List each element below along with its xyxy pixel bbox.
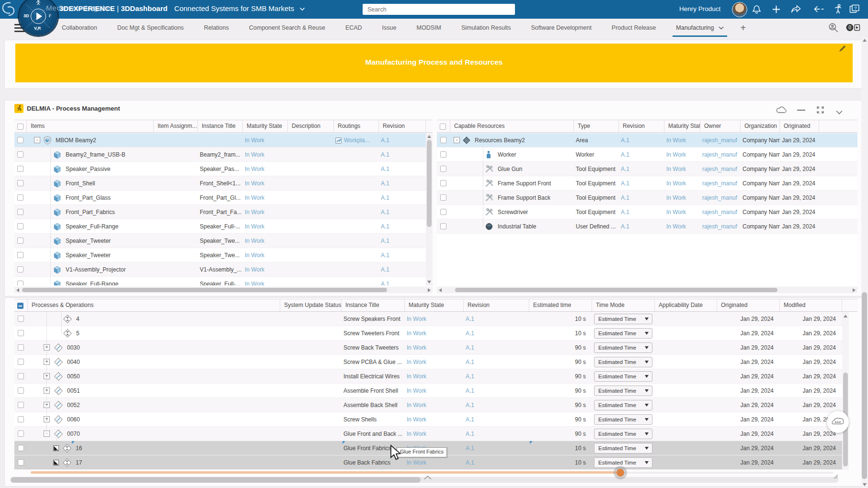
scroll-down-icon[interactable]	[427, 281, 431, 284]
operation-number[interactable]: 16	[76, 441, 82, 455]
resources-col-organization[interactable]: Organization	[741, 120, 780, 132]
item-name[interactable]: Front_Part_Fabrics	[66, 205, 152, 219]
page-vertical-scrollbar[interactable]	[861, 37, 868, 488]
row-checkbox[interactable]	[18, 344, 24, 351]
resource-name[interactable]: Frame Support Back	[498, 191, 570, 205]
row-checkbox[interactable]	[440, 194, 446, 201]
search-box[interactable]	[363, 4, 515, 15]
row-checkbox[interactable]	[18, 416, 24, 422]
processes-hscroll-thumb[interactable]	[11, 477, 421, 483]
operation-number[interactable]: 17	[76, 455, 82, 470]
scroll-left-icon[interactable]	[439, 288, 442, 292]
process-number[interactable]: 0070	[67, 427, 80, 441]
minimize-icon[interactable]	[797, 110, 805, 111]
tab-software-development[interactable]: Software Development	[521, 19, 601, 37]
video-progress-bar-played[interactable]	[31, 471, 617, 474]
select-all-checkbox[interactable]	[17, 124, 23, 130]
compass-west-label[interactable]: 3D	[23, 13, 29, 18]
row-checkbox[interactable]	[18, 431, 24, 437]
item-name[interactable]: Front_Part_Glass	[66, 191, 152, 205]
resource-row[interactable]: -Resources Beamy2AreaA.1In Workrajesh_ma…	[437, 133, 857, 148]
process-number[interactable]: 0040	[67, 355, 80, 369]
share-icon[interactable]	[790, 5, 801, 15]
media-player-badge-icon[interactable]: 0	[846, 23, 860, 34]
items-hscroll-thumb[interactable]	[22, 288, 387, 292]
video-playhead-knob[interactable]	[617, 469, 624, 477]
items-col-items[interactable]: Items	[27, 120, 154, 132]
processes-col-originated[interactable]: Originated	[717, 299, 780, 311]
owner-link[interactable]: rajesh_manuf	[702, 162, 741, 176]
row-checkbox[interactable]	[17, 252, 23, 258]
items-col-revision[interactable]: Revision	[379, 120, 426, 132]
processes-col-processes-operations[interactable]: Processes & Operations	[28, 299, 280, 311]
time-mode-dropdown[interactable]: Estimated Time	[594, 314, 652, 324]
resources-col-owner[interactable]: Owner	[700, 120, 741, 132]
add-content-icon[interactable]	[772, 5, 780, 15]
scroll-up-icon[interactable]	[844, 315, 847, 318]
resources-col-originated[interactable]: Originated	[780, 120, 819, 132]
processes-vertical-scrollbar[interactable]	[842, 312, 849, 470]
item-name[interactable]: Front_Shell	[66, 176, 152, 191]
process-number[interactable]: 0050	[67, 369, 80, 384]
row-checkbox[interactable]	[18, 459, 24, 465]
collapse-expander[interactable]: -	[454, 137, 460, 143]
items-row[interactable]: Speaker_PassiveSpeaker_Pas...In WorkA.1	[14, 162, 426, 176]
resources-horizontal-scrollbar[interactable]	[437, 287, 857, 293]
processes-col-system-update-status[interactable]: System Update Status	[280, 299, 342, 311]
items-row[interactable]: -MBOM Beamy2In WorkWorkpla...A.1	[14, 133, 426, 148]
tab-issue[interactable]: Issue	[372, 19, 407, 37]
item-name[interactable]: MBOM Beamy2	[56, 133, 151, 148]
row-checkbox[interactable]	[17, 180, 23, 186]
row-checkbox[interactable]	[17, 223, 23, 229]
connect-arrow-icon[interactable]	[813, 5, 824, 15]
row-checkbox[interactable]	[440, 151, 446, 158]
scroll-up-icon[interactable]	[863, 39, 867, 42]
time-mode-dropdown[interactable]: Estimated Time	[594, 429, 652, 439]
items-col-instance-title[interactable]: Instance Title	[198, 120, 243, 132]
processes-col-modified[interactable]: Modified	[780, 299, 842, 311]
time-mode-dropdown[interactable]: Estimated Time	[594, 414, 652, 425]
row-checkbox[interactable]	[17, 151, 23, 158]
processes-col-maturity-state[interactable]: Maturity State	[405, 299, 464, 311]
row-checkbox[interactable]	[440, 209, 446, 215]
row-checkbox[interactable]	[18, 402, 24, 408]
process-number[interactable]: 0051	[67, 384, 80, 398]
items-row[interactable]: Speaker_TweeterSpeaker_Twe...In WorkA.1	[14, 234, 426, 248]
row-checkbox[interactable]	[440, 137, 446, 143]
resources-col-capable-resources[interactable]: Capable Resources	[450, 120, 574, 132]
process-row[interactable]: -0070Glue Front and Back ...In WorkA.190…	[14, 427, 842, 441]
process-row[interactable]: 4Screw Speakers FrontIn WorkA.110 sEstim…	[14, 312, 842, 326]
resources-hscroll-thumb[interactable]	[455, 288, 777, 292]
user-lookup-icon[interactable]	[828, 23, 839, 35]
help-icon[interactable]: ?	[849, 4, 860, 15]
scroll-up-icon[interactable]	[427, 135, 431, 138]
time-mode-dropdown[interactable]: Estimated Time	[594, 386, 652, 396]
tab-product-release[interactable]: Product Release	[602, 19, 666, 37]
processes-col-revision[interactable]: Revision	[464, 299, 529, 311]
time-mode-dropdown[interactable]: Estimated Time	[594, 357, 652, 367]
operation-number[interactable]: 5	[76, 326, 80, 340]
row-checkbox[interactable]	[17, 266, 23, 272]
process-row[interactable]: 17Glue Back FabricsIn WorkA.110 sEstimat…	[14, 455, 842, 470]
resource-name[interactable]: Glue Gun	[498, 162, 570, 176]
scroll-right-icon[interactable]	[428, 288, 431, 292]
processes-col-applicability-date[interactable]: Applicability Date	[655, 299, 717, 311]
process-row[interactable]: 5Screw Tweeters FrontIn WorkA.110 sEstim…	[14, 326, 842, 340]
collapse-chevron-down-icon[interactable]	[835, 108, 843, 116]
row-checkbox[interactable]	[440, 166, 446, 172]
row-checkbox[interactable]	[440, 180, 446, 186]
resource-row[interactable]: ScrewdriverTool EquipmentA.1In Workrajes…	[437, 205, 857, 219]
tab-ecad[interactable]: ECAD	[335, 19, 372, 37]
row-checkbox[interactable]	[17, 238, 23, 244]
items-vertical-scrollbar[interactable]	[426, 133, 433, 285]
process-row[interactable]: +0040Screw PCBA & Glue ...In WorkA.190 s…	[14, 355, 842, 369]
dashboard-name[interactable]: Connected Systems for SMB Markets	[174, 4, 294, 12]
row-checkbox[interactable]	[18, 373, 24, 379]
play-icon[interactable]	[36, 12, 42, 20]
row-checkbox[interactable]	[18, 330, 24, 336]
tab-manufacturing[interactable]: Manufacturing	[666, 19, 733, 37]
resources-col-type[interactable]: Type	[574, 120, 619, 132]
notifications-bell-icon[interactable]	[752, 4, 761, 16]
resource-name[interactable]: Screwdriver	[498, 205, 570, 219]
compass-north-icon[interactable]	[35, 0, 41, 6]
